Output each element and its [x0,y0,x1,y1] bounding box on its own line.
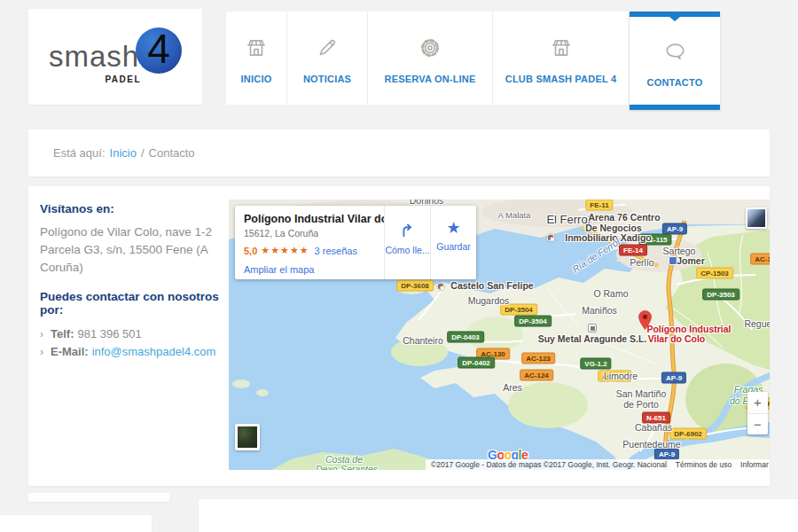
breadcrumb: Está aquí: Inicio / Contacto [28,129,770,176]
rating-stars: ★★★★★ [261,245,309,256]
email-label: E-Mail: [51,343,89,360]
pencil-icon [316,33,339,63]
road-badge: DP-0403 [447,332,484,343]
jomer-poi-icon[interactable] [669,256,677,265]
map-info-card: Polígono Industrial Vilar do Co... 15612… [235,206,476,279]
road-badge: FE-14 [619,245,647,256]
site-logo[interactable]: smash 4 PADEL [28,9,202,105]
road-badge: FE-11 [585,200,613,211]
castelo-poi-icon[interactable] [437,283,445,291]
directions-icon [398,220,418,239]
phone-item: › Telf: 981 396 501 [40,325,219,343]
road-badge: DP-3504 [514,316,552,327]
tab-label: NOTICIAS [303,74,351,84]
save-label: Guardar [436,241,471,252]
terms-link[interactable]: Términos de uso [676,460,732,469]
road-badge: N-651 [642,412,670,424]
active-tab-bottom-bar [630,105,720,110]
logo-brand-text: smash [49,40,139,74]
email-link[interactable]: info@smashpadel4.com [92,343,216,360]
logo-circle: 4 [136,27,182,74]
chevron-right-icon: › [40,344,43,361]
road-badge: AC-122 [598,371,631,382]
email-item: › E-Mail: info@smashpadel4.com [40,343,219,361]
road-badge: AP-9 [661,372,686,384]
satellite-thumbnail [238,426,257,448]
google-map-embed[interactable]: FE-11AP-9AC-115FE-14CP-1503AC-141DP-3608… [229,200,770,470]
rating-value: 5,0 [244,246,257,256]
road-badge: DP-6902 [669,428,707,440]
gear-icon [418,33,442,63]
active-tab-top-bar [630,12,720,17]
enlarge-map-link[interactable]: Ampliar el mapa [244,264,384,275]
breadcrumb-separator: / [141,146,145,160]
arena-76-poi-icon[interactable] [583,218,591,226]
tab-label: CONTACTO [647,77,703,88]
breadcrumb-current: Contacto [149,146,195,160]
footer-fragment [28,493,169,502]
phone-label: Telf: [51,325,74,342]
main-navigation: INICIO NOTICIAS RESERVA ON-LINE CLUB SMA… [226,12,720,105]
road-badge: VG-1.2 [580,358,611,370]
road-badge: AC-124 [520,370,553,381]
road-badge: AP-9 [654,449,679,460]
zoom-in-button[interactable]: + [747,392,768,414]
road-badge: AC-141 [750,254,770,265]
satellite-view-toggle[interactable] [235,424,260,450]
footer-fragment [199,499,798,532]
save-button[interactable]: ★ Guardar [430,206,476,279]
logo-subtitle: PADEL [105,74,141,84]
inmobiliario-poi-icon[interactable] [547,234,555,242]
photo-thumbnail[interactable] [746,207,767,229]
footer-fragment [0,515,152,532]
map-attribution-bar: ©2017 Google - Datos de mapas ©2017 Goog… [426,459,770,470]
address-text: Polígono de Vilar Colo, nave 1-2 Parcela… [40,223,219,277]
contact-info-column: Visítanos en: Polígono de Vilar Colo, na… [40,202,219,361]
tab-label: INICIO [241,74,272,84]
report-error-link[interactable]: Informar de un error de Maps [740,460,770,469]
star-icon: ★ [446,220,460,236]
breadcrumb-link-inicio[interactable]: Inicio [110,146,137,160]
logo-number: 4 [147,28,170,69]
tab-label: CLUB SMASH PADEL 4 [505,74,616,84]
map-copyright: ©2017 Google - Datos de mapas ©2017 Goog… [431,460,667,469]
store-icon [245,33,268,63]
directions-label: Cómo lle... [385,245,429,255]
photo-image [747,209,765,227]
speech-bubble-icon [663,36,687,66]
contact-heading: Puedes contactar con nosotros por: [40,290,219,317]
road-badge: DP-3608 [396,280,434,292]
suy-metal-poi-icon[interactable] [588,324,597,332]
road-badge: DP-3504 [500,304,537,316]
road-badge: DP-3503 [702,289,739,301]
tab-club-smash-padel-4[interactable]: CLUB SMASH PADEL 4 [493,12,630,105]
tab-label: RESERVA ON-LINE [384,74,475,84]
tab-reserva-online[interactable]: RESERVA ON-LINE [368,12,493,105]
tab-noticias[interactable]: NOTICIAS [287,12,368,105]
breadcrumb-prefix: Está aquí: [53,146,106,160]
tab-contacto[interactable]: CONTACTO [630,12,720,110]
phone-number: 981 396 501 [77,325,141,342]
road-badge: CP-1503 [696,268,733,279]
destination-pin-icon[interactable] [638,310,652,330]
road-badge: AC-123 [521,353,555,364]
store-icon [550,33,573,63]
chevron-right-icon: › [40,326,43,343]
visit-heading: Visítanos en: [40,202,219,215]
card-subtitle: 15612, La Coruña [244,228,384,239]
tab-inicio[interactable]: INICIO [226,12,287,105]
card-title: Polígono Industrial Vilar do Co... [244,213,384,225]
directions-button[interactable]: Cómo lle... [384,206,430,279]
zoom-out-button[interactable]: − [747,414,768,435]
reviews-link[interactable]: 3 reseñas [315,246,357,256]
zoom-control: + − [747,392,768,434]
road-badge: DP-0402 [458,357,495,369]
